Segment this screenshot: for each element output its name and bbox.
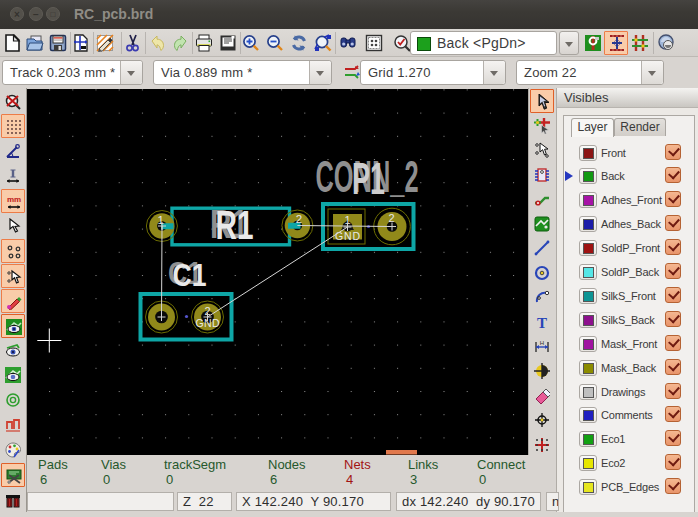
svg-text:GND: GND <box>335 230 360 242</box>
svg-text:2: 2 <box>388 212 394 224</box>
svg-text:R1: R1 <box>216 203 254 247</box>
svg-text:H: H <box>540 340 544 346</box>
svg-text:P1: P1 <box>352 154 385 203</box>
svg-text:mm: mm <box>7 195 21 204</box>
svg-text:C1: C1 <box>173 257 207 293</box>
svg-text:2: 2 <box>296 213 302 225</box>
svg-text:T: T <box>537 315 547 331</box>
svg-text:1: 1 <box>158 214 164 226</box>
